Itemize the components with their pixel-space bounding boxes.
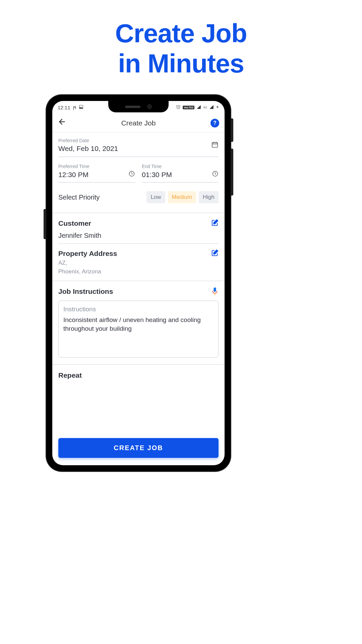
charging-icon <box>216 104 219 111</box>
calendar-icon[interactable] <box>211 141 219 150</box>
phone-side-button <box>231 118 233 142</box>
status-left: 12:11 ϻ <box>58 105 83 110</box>
svg-rect-5 <box>214 287 216 292</box>
priority-buttons: Low Medium High <box>146 191 219 203</box>
marketing-line2: in Minutes <box>0 49 362 79</box>
time-row: Preferred Time 12:30 PM End Time 01:30 P… <box>58 164 219 182</box>
phone-notch <box>108 101 169 112</box>
volte-badge: VoLTE2 <box>183 106 194 109</box>
help-icon[interactable]: ? <box>210 119 219 127</box>
end-time-label: End Time <box>142 164 219 169</box>
image-icon <box>79 105 83 110</box>
status-time: 12:11 <box>58 105 70 110</box>
priority-medium-button[interactable]: Medium <box>168 191 196 203</box>
instructions-input[interactable]: Instructions Inconsistent airflow / unev… <box>58 301 219 358</box>
priority-row: Select Priority Low Medium High <box>58 191 219 203</box>
end-time-field[interactable]: End Time 01:30 PM <box>142 164 219 182</box>
app-header: Create Job ? <box>52 114 225 132</box>
address-section: Property Address AZ, Phoenix, Arizona <box>58 249 219 275</box>
form-content: Preferred Date Wed, Feb 10, 2021 Preferr… <box>52 132 225 385</box>
address-line1: AZ, <box>58 259 219 267</box>
front-camera <box>147 104 152 109</box>
divider <box>52 364 225 365</box>
instructions-section: Job Instructions Instructions Inconsiste… <box>58 281 219 358</box>
customer-name: Jennifer Smith <box>58 232 219 244</box>
preferred-time-label: Preferred Time <box>58 164 135 169</box>
clock-icon[interactable] <box>128 170 135 179</box>
edit-customer-icon[interactable] <box>211 219 219 228</box>
preferred-time-field[interactable]: Preferred Time 12:30 PM <box>58 164 135 182</box>
preferred-date-value: Wed, Feb 10, 2021 <box>58 145 118 153</box>
instructions-text: Inconsistent airflow / uneven heating an… <box>63 316 214 333</box>
app-m-icon: ϻ <box>73 105 76 110</box>
page-title: Create Job <box>121 119 156 127</box>
alarm-icon <box>176 105 181 110</box>
svg-rect-2 <box>212 142 218 147</box>
address-line2: Phoenix, Arizona <box>58 268 219 275</box>
network-label: 4G <box>203 106 207 109</box>
status-right: VoLTE2 4G <box>176 104 219 111</box>
edit-address-icon[interactable] <box>211 249 219 258</box>
create-job-button[interactable]: CREATE JOB <box>58 438 219 458</box>
phone-screen: 12:11 ϻ VoLTE2 4G <box>52 101 225 465</box>
phone-volume-button <box>231 149 233 196</box>
phone-mockup: 12:11 ϻ VoLTE2 4G <box>46 95 231 471</box>
marketing-line1: Create Job <box>0 18 362 49</box>
instructions-section-title: Job Instructions <box>58 287 113 296</box>
clock-icon[interactable] <box>212 170 219 179</box>
priority-high-button[interactable]: High <box>199 191 219 203</box>
signal-icon <box>196 105 201 110</box>
repeat-section-title: Repeat <box>58 371 219 379</box>
address-section-title: Property Address <box>58 250 117 258</box>
preferred-date-label: Preferred Date <box>58 138 118 143</box>
priority-low-button[interactable]: Low <box>146 191 165 203</box>
phone-left-button <box>44 209 46 239</box>
preferred-date-field[interactable]: Preferred Date Wed, Feb 10, 2021 <box>58 138 219 157</box>
signal2-icon <box>209 105 214 110</box>
priority-label: Select Priority <box>58 194 100 201</box>
instructions-placeholder: Instructions <box>63 306 214 313</box>
customer-section: Customer Jennifer Smith Property Address… <box>58 213 219 275</box>
preferred-time-value: 12:30 PM <box>58 171 88 179</box>
end-time-value: 01:30 PM <box>142 171 172 179</box>
microphone-icon[interactable] <box>211 287 219 296</box>
marketing-headline: Create Job in Minutes <box>0 0 362 78</box>
speaker-grill <box>125 106 140 108</box>
customer-section-title: Customer <box>58 219 91 227</box>
back-arrow-icon[interactable] <box>58 117 66 128</box>
